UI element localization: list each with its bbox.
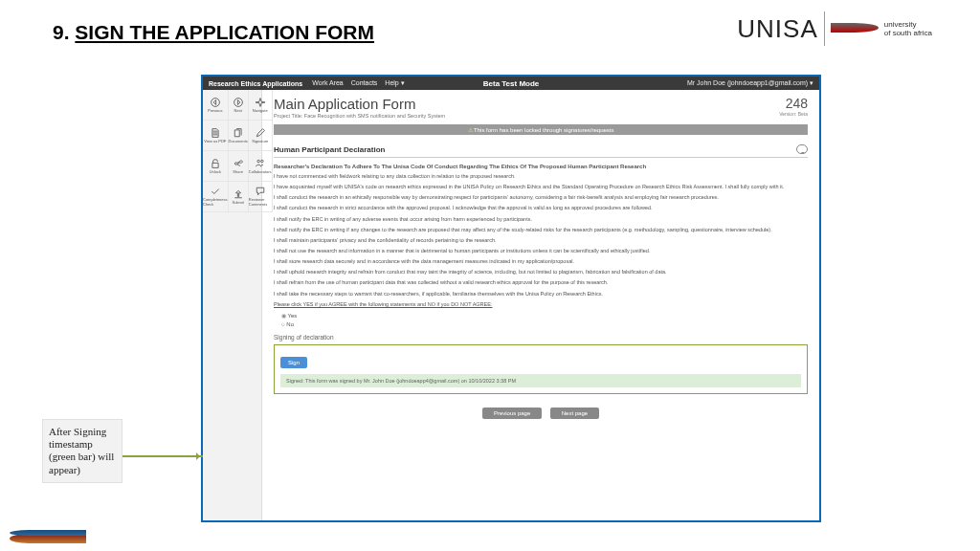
app-brand: Research Ethics Applications — [209, 80, 302, 87]
section-heading: Human Participant Declaration — [274, 144, 808, 158]
tool-completeness-check[interactable]: Completeness Check — [203, 182, 229, 212]
agree-prompt: Please click YES if you AGREE with the f… — [274, 301, 808, 308]
tool-documents[interactable]: Documents — [229, 121, 249, 151]
declaration-paragraph: I shall take the necessary steps to warr… — [274, 291, 808, 298]
brand-name: UNISA — [737, 14, 817, 44]
form-content: Main Application Form Project Title: Fac… — [262, 90, 819, 520]
declaration-paragraph: I shall not use the research and informa… — [274, 248, 808, 254]
documents-icon — [234, 128, 243, 138]
tool-share[interactable]: Share — [229, 151, 249, 182]
arrow-left-circle-icon — [211, 98, 220, 107]
declaration-paragraph: I shall notify the ERC in writing of any… — [274, 216, 808, 223]
previous-page-button[interactable]: Previous page — [482, 408, 542, 419]
step-title: SIGN THE APPLICATION FORM — [75, 21, 374, 43]
menu-contacts[interactable]: Contacts — [351, 79, 378, 87]
signed-timestamp-bar: Signed: This form was signed by Mr. John… — [280, 374, 801, 387]
sign-button[interactable]: Sign — [280, 357, 307, 368]
declaration-paragraph: I shall refrain from the use of human pa… — [274, 279, 808, 286]
declaration-paragraph: I have acquainted myself with UNISA's co… — [274, 184, 808, 190]
check-icon — [211, 187, 220, 196]
declaration-paragraph: I shall uphold research integrity and re… — [274, 269, 808, 276]
share-icon — [234, 159, 243, 168]
agree-options: Yes No — [281, 312, 808, 330]
callout-note: After Signing timestamp (green bar) will… — [42, 419, 122, 483]
divider — [824, 11, 825, 46]
section-title: Human Participant Declaration — [274, 145, 385, 154]
menu-work-area[interactable]: Work Area — [312, 79, 344, 87]
top-menu[interactable]: Work Area Contacts Help ▾ — [312, 79, 405, 87]
next-page-button[interactable]: Next page — [550, 408, 599, 419]
step-number: 9. — [53, 21, 70, 43]
app-topbar: Research Ethics Applications Work Area C… — [203, 77, 819, 90]
app-screenshot: Research Ethics Applications Work Area C… — [201, 75, 821, 522]
form-title: Main Application Form — [274, 96, 445, 112]
declaration-paragraph: I shall conduct the research in strict a… — [274, 205, 808, 211]
declaration-paragraph: I have not commenced with fieldwork rela… — [274, 173, 808, 180]
arrow-right-circle-icon — [234, 98, 243, 107]
radio-no[interactable]: No — [281, 320, 808, 330]
swoosh-icon — [831, 21, 879, 36]
lock-banner: This form has been locked through signat… — [274, 124, 808, 135]
radio-yes[interactable]: Yes — [281, 312, 808, 321]
toolbar: PreviousNextNavigateView as PDFDocuments… — [203, 90, 262, 520]
version-label: Version: Beta — [779, 111, 808, 117]
upload-icon — [234, 189, 243, 199]
footer-swoosh-icon — [10, 530, 86, 545]
question-id: 248 — [779, 96, 808, 111]
page-title: 9. SIGN THE APPLICATION FORM — [53, 21, 374, 44]
comment-icon[interactable] — [796, 144, 808, 154]
callout-arrow — [122, 455, 203, 457]
declaration-paragraph: I shall conduct the research in an ethic… — [274, 194, 808, 201]
user-menu[interactable]: Mr John Doe (johndoeapp1@gmail.com) ▾ — [687, 79, 813, 87]
brand-sub: university of south africa — [884, 20, 932, 37]
tool-next[interactable]: Next — [229, 90, 249, 121]
brand-logo: UNISA university of south africa — [737, 11, 932, 46]
document-icon — [211, 128, 220, 138]
menu-help[interactable]: Help ▾ — [385, 79, 404, 87]
tool-previous[interactable]: Previous — [203, 90, 229, 121]
tool-submit[interactable]: Submit — [229, 182, 249, 212]
project-title: Project Title: Face Recognition with SMS… — [274, 113, 445, 119]
signing-label: Signing of declaration — [274, 334, 808, 341]
declaration-paragraph: I shall notify the ERC in writing if any… — [274, 227, 808, 233]
declaration-paragraph: I shall store research data securely and… — [274, 258, 808, 265]
signing-box: Sign Signed: This form was signed by Mr.… — [274, 344, 808, 394]
tool-view-as-pdf[interactable]: View as PDF — [203, 121, 229, 151]
tool-unlock[interactable]: Unlock — [203, 151, 229, 182]
declaration-subheading: Researcher's Declaration To Adhere To Th… — [274, 164, 808, 169]
unlock-icon — [211, 159, 220, 168]
declaration-paragraph: I shall maintain participants' privacy a… — [274, 237, 808, 244]
